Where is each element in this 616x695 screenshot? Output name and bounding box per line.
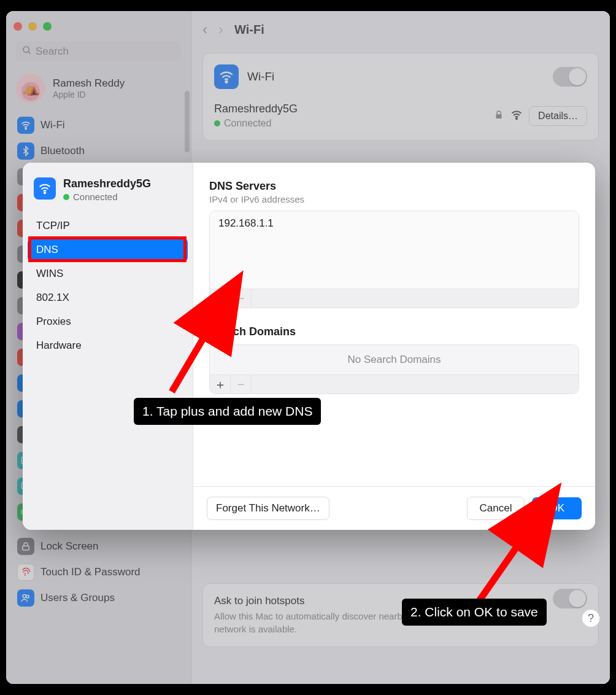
- svg-point-10: [26, 596, 29, 599]
- bluetooth-icon: [17, 142, 34, 160]
- svg-point-0: [23, 47, 29, 52]
- help-button[interactable]: ?: [582, 609, 600, 627]
- dns-server-entry[interactable]: 192.168.1.1: [210, 211, 579, 236]
- tab-wins[interactable]: WINS: [28, 262, 188, 285]
- search-placeholder: Search: [36, 45, 69, 58]
- svg-point-11: [226, 81, 228, 83]
- tab-tcpip[interactable]: TCP/IP: [28, 214, 188, 238]
- search-domains-toolbar: ＋ −: [210, 375, 579, 394]
- wifi-title-label: Wi-Fi: [247, 70, 544, 83]
- settings-search-input[interactable]: Search: [16, 42, 181, 61]
- svg-point-2: [25, 128, 26, 130]
- status-text: Connected: [73, 192, 118, 202]
- svg-line-17: [479, 527, 531, 602]
- wifi-toggle[interactable]: [553, 67, 587, 87]
- sidebar-label: Users & Groups: [40, 592, 115, 604]
- dns-list-empty-area[interactable]: [210, 236, 579, 289]
- sidebar-item-bluetooth[interactable]: Bluetooth: [11, 139, 186, 163]
- fingerprint-icon: [17, 564, 34, 581]
- apple-id-account-row[interactable]: ⛺ Ramesh Reddy Apple ID: [6, 70, 191, 113]
- dns-list-toolbar: ＋ −: [210, 289, 579, 308]
- main-titlebar: ‹ › Wi-Fi: [191, 11, 610, 48]
- nav-back-button[interactable]: ‹: [202, 21, 207, 38]
- current-network-status: Connected: [214, 118, 487, 129]
- sidebar-scrollbar[interactable]: [185, 91, 190, 152]
- page-title: Wi-Fi: [234, 23, 264, 37]
- account-subtitle: Apple ID: [53, 90, 125, 99]
- sheet-network-header: Rameshreddy5G Connected: [23, 177, 193, 211]
- lock-icon: [493, 109, 504, 123]
- close-window-button[interactable]: [13, 22, 22, 31]
- sheet-network-name: Rameshreddy5G: [63, 177, 151, 190]
- svg-point-12: [516, 118, 517, 119]
- wifi-signal-icon: [510, 109, 523, 123]
- sheet-main-content: DNS Servers IPv4 or IPv6 addresses 192.1…: [193, 163, 595, 530]
- svg-line-1: [28, 52, 30, 53]
- wifi-icon: [214, 64, 239, 89]
- remove-dns-button[interactable]: −: [231, 289, 252, 308]
- sidebar-item-users[interactable]: Users & Groups: [11, 586, 186, 610]
- status-dot-icon: [214, 120, 220, 126]
- account-avatar: ⛺: [16, 74, 45, 103]
- dns-servers-subtitle: IPv4 or IPv6 addresses: [209, 194, 579, 204]
- status-dot-icon: [63, 194, 69, 200]
- sheet-network-status: Connected: [63, 192, 151, 202]
- minimize-window-button[interactable]: [28, 22, 37, 31]
- annotation-step2: 2. Click on OK to save: [402, 599, 547, 626]
- window-traffic-lights: [6, 20, 191, 39]
- remove-search-domain-button[interactable]: −: [231, 375, 252, 394]
- search-domains-empty: No Search Domains: [210, 345, 579, 375]
- sidebar-label: Bluetooth: [40, 145, 85, 157]
- zoom-window-button[interactable]: [43, 22, 52, 31]
- sidebar-item-wifi[interactable]: Wi-Fi: [11, 113, 186, 138]
- search-icon: [22, 45, 32, 58]
- sidebar-item-lockscreen[interactable]: Lock Screen: [11, 534, 186, 559]
- current-network-name: Rameshreddy5G: [214, 103, 487, 115]
- users-icon: [17, 589, 34, 607]
- sidebar-label: Wi-Fi: [40, 119, 65, 131]
- svg-point-13: [44, 192, 45, 193]
- search-domains-list[interactable]: No Search Domains ＋ −: [209, 344, 579, 394]
- sidebar-item-touchid[interactable]: Touch ID & Password: [11, 560, 186, 584]
- forget-network-button[interactable]: Forget This Network…: [207, 497, 329, 520]
- add-dns-button[interactable]: ＋: [210, 289, 231, 308]
- account-name: Ramesh Reddy: [53, 77, 125, 90]
- tab-dns[interactable]: DNS: [28, 238, 188, 262]
- nav-forward-button[interactable]: ›: [218, 21, 223, 38]
- annotation-arrow-1: [160, 306, 233, 406]
- network-details-sheet: Rameshreddy5G Connected TCP/IP DNS WINS …: [23, 163, 595, 530]
- wifi-icon: [17, 117, 34, 134]
- svg-line-15: [172, 317, 216, 392]
- dns-servers-title: DNS Servers: [209, 180, 579, 193]
- status-text: Connected: [224, 118, 271, 129]
- wifi-panel: Wi-Fi Rameshreddy5G Connected Detail: [202, 53, 599, 141]
- svg-rect-8: [23, 546, 29, 550]
- dns-servers-list[interactable]: 192.168.1.1 ＋ −: [209, 211, 579, 308]
- sidebar-label: Touch ID & Password: [40, 566, 141, 578]
- sidebar-label: Lock Screen: [40, 540, 99, 553]
- annotation-step1: 1. Tap plus and add new DNS: [134, 398, 321, 425]
- svg-point-9: [23, 594, 26, 597]
- wifi-icon: [34, 177, 56, 200]
- lock-icon: [17, 538, 34, 555]
- search-domains-title: Search Domains: [209, 325, 579, 338]
- network-details-button[interactable]: Details…: [529, 106, 587, 126]
